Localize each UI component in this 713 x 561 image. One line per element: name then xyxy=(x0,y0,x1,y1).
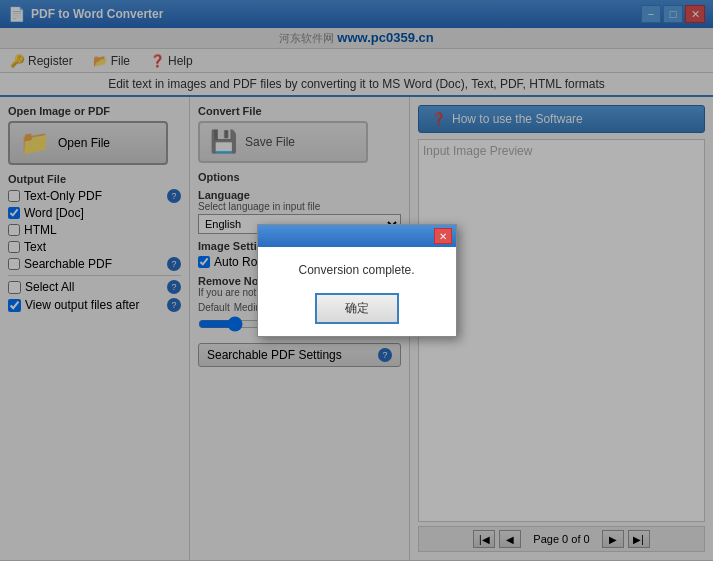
modal-titlebar: ✕ xyxy=(258,225,456,247)
modal-message: Conversion complete. xyxy=(270,263,444,277)
completion-modal: ✕ Conversion complete. 确定 xyxy=(257,224,457,337)
modal-close-button[interactable]: ✕ xyxy=(434,228,452,244)
modal-overlay: ✕ Conversion complete. 确定 xyxy=(0,0,713,561)
modal-ok-button[interactable]: 确定 xyxy=(315,293,399,324)
modal-body: Conversion complete. 确定 xyxy=(258,247,456,336)
